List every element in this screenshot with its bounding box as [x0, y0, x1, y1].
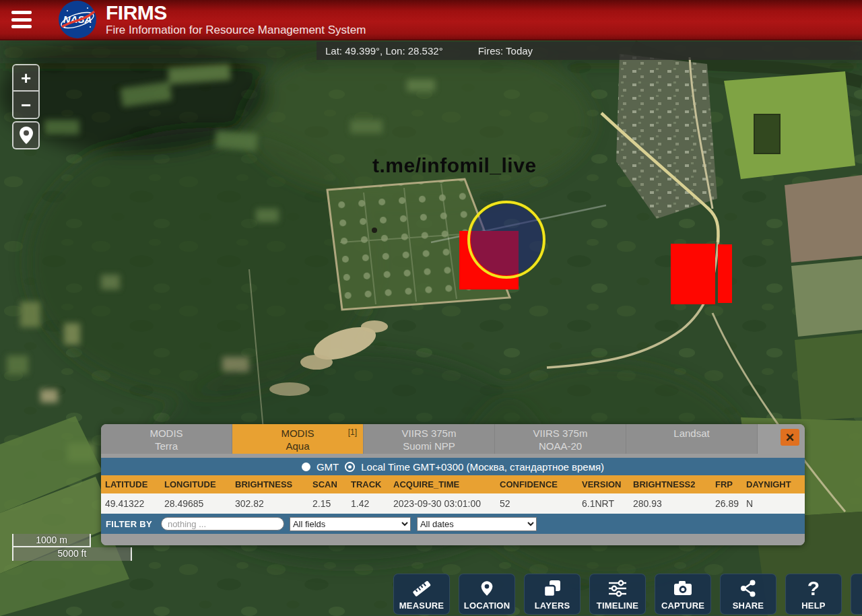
col-brightness[interactable]: BRIGHTNESS — [231, 475, 308, 493]
layers-icon — [543, 578, 561, 598]
filter-row: FILTER BY All fields All dates — [101, 514, 805, 534]
panel-footer — [101, 534, 805, 545]
tab-landsat[interactable]: Landsat — [626, 424, 758, 454]
nasa-logo[interactable]: NASA — [58, 0, 97, 39]
cursor-coordinates: Lat: 49.399°, Lon: 28.532° — [325, 45, 443, 57]
tab-viirs-suomi-npp[interactable]: VIIRS 375m Suomi NPP — [364, 424, 495, 454]
location-button[interactable]: LOCATION — [459, 574, 515, 615]
share-button[interactable]: SHARE — [720, 574, 776, 615]
col-frp[interactable]: FRP — [711, 475, 742, 493]
measure-button[interactable]: MEASURE — [393, 574, 450, 615]
page-subtitle: Fire Information for Resource Management… — [106, 24, 366, 37]
fire-data-panel: MODIS Terra [1] MODIS Aqua VIIRS 375m Su… — [101, 424, 805, 545]
status-bar: Lat: 49.399°, Lon: 28.532° Fires: Today — [317, 42, 862, 60]
fire-detection-square[interactable] — [718, 244, 732, 303]
share-icon — [739, 578, 757, 598]
filter-dates-select[interactable]: All dates — [417, 517, 537, 531]
filter-by-label: FILTER BY — [106, 519, 152, 529]
zoom-control: + − — [12, 64, 40, 119]
filter-fields-select[interactable]: All fields — [290, 517, 411, 531]
col-latitude[interactable]: LATITUDE — [101, 475, 160, 493]
close-panel-button[interactable]: × — [781, 429, 799, 446]
col-track[interactable]: TRACK — [347, 475, 389, 493]
col-brightness2[interactable]: BRIGHTNESS2 — [629, 475, 711, 493]
camera-icon — [673, 578, 692, 598]
sensor-tabs: MODIS Terra [1] MODIS Aqua VIIRS 375m Su… — [101, 424, 805, 454]
layers-button[interactable]: LAYERS — [524, 574, 581, 615]
location-pin-icon — [480, 578, 494, 598]
bottom-toolbar: MEASURE LOCATION LAYERS — [393, 574, 862, 615]
col-acquire-time[interactable]: ACQUIRE_TIME — [389, 475, 496, 493]
filter-text-input[interactable] — [161, 517, 284, 531]
question-mark-icon: ? — [807, 578, 820, 598]
location-pin-icon — [18, 126, 34, 145]
fire-detections-table: LATITUDE LONGITUDE BRIGHTNESS SCAN TRACK… — [101, 475, 805, 514]
gmt-radio[interactable] — [302, 463, 310, 471]
toolbar-button-partial[interactable] — [851, 574, 862, 615]
tab-modis-aqua[interactable]: [1] MODIS Aqua — [232, 424, 364, 454]
ruler-icon — [411, 578, 432, 598]
tab-viirs-noaa-20[interactable]: VIIRS 375m NOAA-20 — [495, 424, 626, 454]
locate-button[interactable] — [12, 121, 40, 149]
capture-button[interactable]: CAPTURE — [655, 574, 711, 615]
col-daynight[interactable]: DAYNIGHT — [742, 475, 805, 493]
time-toggle-row: GMT Local Time GMT+0300 (Москва, стандар… — [101, 458, 805, 475]
tabs-filler: × — [758, 424, 805, 454]
scale-imperial: 5000 ft — [12, 547, 132, 561]
selected-fire-highlight-ring — [467, 201, 545, 279]
zoom-out-button[interactable]: − — [13, 92, 38, 118]
fire-detection-square[interactable] — [671, 244, 715, 304]
local-time-radio-label[interactable]: Local Time GMT+0300 (Москва, стандартное… — [361, 461, 604, 473]
app-header: NASA FIRMS Fire Information for Resource… — [0, 0, 862, 40]
timeline-sliders-icon — [608, 578, 627, 598]
timeline-button[interactable]: TIMELINE — [589, 574, 646, 615]
menu-hamburger-icon[interactable] — [11, 11, 34, 28]
firms-app: NASA FIRMS Fire Information for Resource… — [0, 0, 862, 616]
tab-count-badge: [1] — [348, 426, 357, 439]
zoom-in-button[interactable]: + — [13, 65, 38, 92]
local-time-radio[interactable] — [345, 462, 355, 472]
table-row[interactable]: 49.41322 28.49685 302.82 2.15 1.42 2023-… — [101, 493, 805, 514]
watermark-text: t.me/infomil_live — [372, 154, 537, 177]
fires-date-label[interactable]: Fires: Today — [478, 45, 533, 57]
col-scan[interactable]: SCAN — [308, 475, 347, 493]
page-title: FIRMS — [106, 3, 366, 23]
tab-modis-terra[interactable]: MODIS Terra — [101, 424, 232, 454]
col-longitude[interactable]: LONGITUDE — [160, 475, 231, 493]
gmt-radio-label[interactable]: GMT — [317, 461, 339, 473]
col-version[interactable]: VERSION — [578, 475, 629, 493]
map-canvas[interactable]: Lat: 49.399°, Lon: 28.532° Fires: Today … — [0, 40, 862, 616]
help-button[interactable]: ? HELP — [785, 574, 842, 615]
table-header-row: LATITUDE LONGITUDE BRIGHTNESS SCAN TRACK… — [101, 475, 805, 493]
scale-metric: 1000 m — [12, 534, 91, 547]
col-confidence[interactable]: CONFIDENCE — [496, 475, 578, 493]
